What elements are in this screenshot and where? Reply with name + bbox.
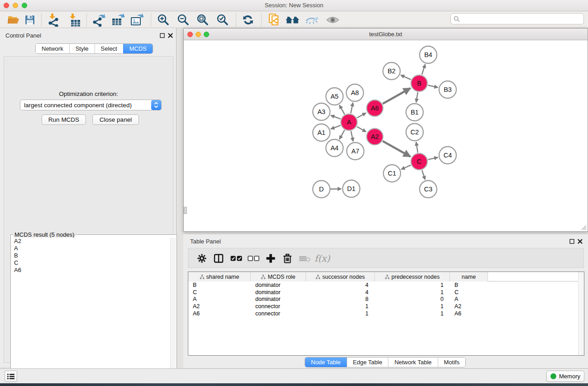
- column-visibility-icon[interactable]: [211, 251, 226, 266]
- graph-node-C1[interactable]: C1: [383, 165, 401, 182]
- result-item[interactable]: C: [11, 259, 171, 267]
- result-item[interactable]: A2: [11, 238, 171, 245]
- graph-edge-B-B1[interactable]: [416, 92, 418, 103]
- zoom-out-icon[interactable]: [176, 13, 191, 27]
- export-network-icon[interactable]: [91, 13, 106, 27]
- delete-column-icon[interactable]: [280, 251, 295, 266]
- graph-node-B3[interactable]: B3: [439, 81, 456, 98]
- minimize-view-button[interactable]: [196, 32, 201, 37]
- tab-select[interactable]: Select: [95, 44, 123, 53]
- hide-selected-icon[interactable]: [305, 13, 319, 27]
- table-scrollbar[interactable]: [578, 272, 584, 355]
- graph-node-A[interactable]: A: [341, 114, 357, 130]
- column-header-name[interactable]: name: [450, 272, 488, 281]
- graph-edge-A-A5[interactable]: [339, 105, 344, 114]
- graph-node-A1[interactable]: A1: [313, 124, 330, 141]
- column-header-predecessor-nodes[interactable]: predecessor nodes: [375, 272, 450, 281]
- open-file-icon[interactable]: [6, 13, 21, 27]
- tab-mcds[interactable]: MCDS: [123, 44, 153, 53]
- graph-node-A2[interactable]: A2: [367, 129, 383, 145]
- zoom-selected-icon[interactable]: [215, 13, 230, 27]
- resize-grip-icon[interactable]: [580, 224, 587, 230]
- save-session-icon[interactable]: [23, 13, 37, 27]
- task-history-button[interactable]: [5, 371, 17, 382]
- graph-edge-A-A3[interactable]: [331, 115, 341, 119]
- export-image-icon[interactable]: [130, 13, 144, 27]
- graph-edge-A-A1[interactable]: [331, 125, 341, 129]
- graph-edge-C-C1[interactable]: [401, 165, 411, 169]
- graph-edge-A-A4[interactable]: [339, 130, 344, 139]
- tab-network-table[interactable]: Network Table: [388, 357, 437, 367]
- network-graph[interactable]: B4B2BB3A8A5A6A3B1AA1C2A2A4A7C4CC1C3DD1: [184, 40, 588, 231]
- float-table-panel-icon[interactable]: [569, 239, 574, 244]
- graph-node-B[interactable]: B: [411, 75, 427, 91]
- table-row[interactable]: Bdominator41B: [188, 281, 584, 289]
- graph-edge-A6-B[interactable]: [382, 88, 410, 104]
- apply-layout-icon[interactable]: [241, 13, 255, 27]
- result-item[interactable]: A: [11, 245, 171, 252]
- add-column-icon[interactable]: [263, 251, 278, 266]
- graph-node-D[interactable]: D: [313, 181, 330, 198]
- column-header-mcds-role[interactable]: MCDS role: [251, 272, 306, 281]
- graph-node-B1[interactable]: B1: [406, 104, 423, 121]
- graph-edge-C-C3[interactable]: [422, 170, 425, 180]
- close-table-panel-icon[interactable]: [578, 239, 583, 244]
- column-header-successor-nodes[interactable]: successor nodes: [306, 272, 375, 281]
- table-row[interactable]: A6connector11A6: [188, 310, 584, 317]
- graph-edge-A-A2[interactable]: [357, 127, 366, 132]
- graph-node-A7[interactable]: A7: [347, 143, 364, 160]
- graph-node-C2[interactable]: C2: [406, 124, 423, 141]
- graph-edge-C-C4[interactable]: [428, 157, 438, 160]
- zoom-in-icon[interactable]: [156, 13, 171, 27]
- graph-edge-A-A6[interactable]: [357, 113, 366, 118]
- graph-node-A6[interactable]: A6: [367, 100, 383, 116]
- network-canvas[interactable]: B4B2BB3A8A5A6A3B1AA1C2A2A4A7C4CC1C3DD1: [184, 40, 588, 231]
- select-all-rows-icon[interactable]: [229, 251, 244, 266]
- criterion-select[interactable]: largest connected component (directed): [20, 100, 162, 110]
- table-row[interactable]: Cdominator41C: [188, 289, 584, 296]
- graph-node-C[interactable]: C: [411, 153, 427, 170]
- float-panel-icon[interactable]: [160, 33, 165, 38]
- new-network-from-selection-icon[interactable]: [268, 13, 282, 27]
- graph-node-C3[interactable]: C3: [420, 181, 437, 198]
- export-table-icon[interactable]: [111, 13, 125, 27]
- graph-edge-A2-C[interactable]: [382, 141, 410, 157]
- column-header-shared-name[interactable]: shared name: [188, 272, 251, 281]
- tab-network[interactable]: Network: [36, 44, 69, 53]
- tab-motifs[interactable]: Motifs: [438, 357, 466, 367]
- table-row[interactable]: Adominator80A: [188, 296, 584, 303]
- close-panel-button[interactable]: Close panel: [92, 114, 139, 125]
- graph-edge-C-C2[interactable]: [416, 142, 418, 152]
- result-item[interactable]: A6: [11, 267, 171, 274]
- graph-node-B4[interactable]: B4: [420, 46, 437, 63]
- result-item[interactable]: B: [11, 252, 171, 259]
- tab-edge-table[interactable]: Edge Table: [347, 357, 388, 367]
- graph-node-A4[interactable]: A4: [326, 139, 343, 157]
- show-all-icon[interactable]: [325, 13, 340, 27]
- maximize-view-button[interactable]: [204, 32, 209, 37]
- close-view-button[interactable]: [187, 32, 193, 37]
- graph-node-D1[interactable]: D1: [343, 180, 360, 197]
- deselect-all-rows-icon[interactable]: [246, 251, 261, 266]
- close-panel-icon[interactable]: [168, 33, 173, 38]
- minimize-window-button[interactable]: [13, 3, 18, 8]
- search-input[interactable]: [462, 15, 583, 22]
- run-mcds-button[interactable]: Run MCDS: [42, 114, 86, 125]
- mcds-result-list[interactable]: A2ABCA6: [11, 238, 171, 386]
- first-neighbors-icon[interactable]: [285, 13, 300, 27]
- zoom-fit-icon[interactable]: [196, 13, 210, 27]
- graph-edge-A-A8[interactable]: [351, 103, 353, 114]
- canvas-grip[interactable]: [184, 207, 187, 214]
- close-window-button[interactable]: [4, 3, 9, 8]
- maximize-window-button[interactable]: [22, 3, 27, 8]
- memory-button[interactable]: Memory: [546, 371, 584, 382]
- graph-edge-B-B3[interactable]: [428, 85, 438, 87]
- graph-edge-A-A7[interactable]: [351, 131, 353, 142]
- result-scrollbar[interactable]: [170, 238, 176, 386]
- table-row[interactable]: A2connector11A2: [188, 303, 584, 310]
- search-field[interactable]: [450, 13, 584, 24]
- table-settings-icon[interactable]: [195, 251, 209, 266]
- import-network-icon[interactable]: [46, 13, 61, 27]
- graph-node-A5[interactable]: A5: [326, 88, 343, 105]
- graph-edge-B-B2[interactable]: [401, 75, 411, 80]
